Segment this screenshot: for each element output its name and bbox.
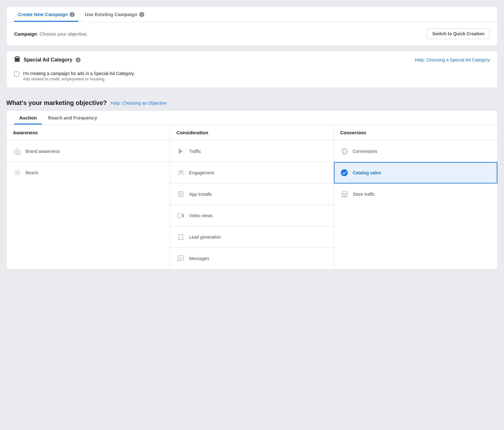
special-ad-checkbox[interactable]: [14, 72, 19, 77]
tab-auction[interactable]: Auction: [14, 111, 42, 125]
objective-store-traffic[interactable]: Store traffic: [334, 183, 497, 205]
conversions-label: Conversions: [353, 149, 377, 154]
special-ad-main-text: I'm creating a campaign for ads in a Spe…: [23, 71, 135, 76]
conversion-column-header: Conversion: [334, 125, 497, 141]
special-ad-body: I'm creating a campaign for ads in a Spe…: [7, 67, 497, 88]
svg-point-24: [343, 148, 346, 154]
bank-icon: 🏛: [14, 56, 20, 63]
svg-line-6: [19, 174, 19, 175]
objective-brand-awareness[interactable]: Brand awareness: [7, 141, 170, 162]
special-ad-checkbox-wrapper: [14, 72, 19, 78]
catalog-sales-label: Catalog sales: [353, 170, 381, 175]
special-ad-header: 🏛 Special Ad Category i Help: Choosing a…: [7, 51, 497, 67]
lead-generation-label: Lead generation: [189, 235, 221, 240]
create-tab-label: Create New Campaign: [18, 12, 68, 17]
app-installs-label: App installs: [189, 192, 212, 197]
consideration-column: Consideration Traffic: [170, 125, 334, 269]
objective-engagement[interactable]: Engagement: [170, 162, 333, 183]
switch-to-quick-creation-button[interactable]: Switch to Quick Creation: [427, 28, 490, 39]
section-title-row: What's your marketing objective? Help: C…: [6, 93, 498, 110]
svg-rect-12: [180, 193, 182, 195]
special-ad-title-text: Special Ad Category: [24, 57, 72, 63]
objective-catalog-sales[interactable]: Catalog sales: [334, 162, 497, 183]
special-ad-title: 🏛 Special Ad Category i: [14, 56, 81, 63]
svg-rect-15: [178, 214, 182, 218]
objective-lead-generation[interactable]: Lead generation: [170, 226, 333, 248]
svg-line-7: [15, 174, 16, 175]
tab-reach-frequency[interactable]: Reach and Frequency: [43, 111, 102, 125]
brand-awareness-label: Brand awareness: [26, 149, 60, 154]
special-ad-category-card: 🏛 Special Ad Category i Help: Choosing a…: [6, 51, 498, 88]
special-ad-info-icon[interactable]: i: [76, 57, 81, 62]
awareness-column: Awareness Brand awareness: [7, 125, 170, 269]
svg-point-9: [179, 171, 181, 172]
tab-create-new[interactable]: Create New Campaign i: [14, 7, 78, 22]
special-ad-help-link[interactable]: Help: Choosing a Special Ad Category: [415, 57, 490, 62]
marketing-objective-title: What's your marketing objective?: [6, 99, 107, 107]
campaign-tab-card: Create New Campaign i Use Existing Campa…: [6, 6, 498, 46]
campaign-tabs: Create New Campaign i Use Existing Campa…: [7, 7, 497, 22]
svg-line-8: [19, 171, 19, 171]
video-views-label: Video views: [189, 213, 212, 218]
svg-point-0: [17, 172, 18, 174]
traffic-label: Traffic: [189, 149, 201, 154]
objectives-grid: Awareness Brand awareness: [7, 125, 497, 269]
conversion-column: Conversion Conversions: [334, 125, 497, 269]
special-ad-sub-text: Ads related to credit, employment or hou…: [23, 77, 135, 81]
conversions-icon: [340, 147, 349, 156]
objective-tabs-card: Auction Reach and Frequency Awareness Br…: [6, 110, 498, 270]
store-traffic-icon: [340, 190, 349, 199]
campaign-objective-text: Campaign: Choose your objective.: [14, 31, 88, 37]
engagement-label: Engagement: [189, 170, 214, 175]
objective-app-installs[interactable]: App installs: [170, 183, 333, 205]
objective-messages[interactable]: Messages: [170, 248, 333, 269]
objective-suffix: : Choose your objective.: [37, 31, 88, 37]
messages-label: Messages: [189, 256, 209, 261]
store-traffic-label: Store traffic: [353, 192, 375, 197]
use-existing-info-icon[interactable]: i: [139, 12, 144, 17]
traffic-icon: [176, 147, 185, 156]
svg-line-5: [15, 171, 16, 171]
brand-awareness-icon: [13, 147, 22, 156]
objective-conversions[interactable]: Conversions: [334, 141, 497, 162]
svg-point-10: [181, 171, 183, 172]
app-installs-icon: [176, 190, 185, 199]
catalog-sales-check-icon: [341, 169, 348, 176]
consideration-column-header: Consideration: [170, 125, 333, 141]
awareness-column-header: Awareness: [7, 125, 170, 141]
objective-traffic[interactable]: Traffic: [170, 141, 333, 162]
campaign-label: Campaign: [14, 31, 37, 37]
special-ad-description: I'm creating a campaign for ads in a Spe…: [23, 71, 135, 81]
reach-label: Reach: [26, 170, 38, 175]
tab-use-existing[interactable]: Use Existing Campaign i: [81, 7, 148, 22]
marketing-objective-help-link[interactable]: Help: Choosing an Objective: [111, 101, 166, 106]
objective-reach[interactable]: Reach: [7, 162, 170, 183]
svg-marker-16: [178, 235, 183, 240]
create-tab-info-icon[interactable]: i: [70, 12, 75, 17]
use-existing-label: Use Existing Campaign: [85, 12, 137, 17]
messages-icon: [176, 254, 185, 263]
svg-rect-28: [344, 195, 345, 197]
lead-generation-icon: [176, 233, 185, 241]
engagement-icon: [176, 168, 185, 177]
video-views-icon: [176, 211, 185, 220]
campaign-objective-row: Campaign: Choose your objective. Switch …: [7, 22, 497, 45]
objective-tab-header: Auction Reach and Frequency: [7, 111, 497, 125]
marketing-objective-section: What's your marketing objective? Help: C…: [6, 93, 498, 270]
objective-video-views[interactable]: Video views: [170, 205, 333, 226]
svg-point-19: [342, 148, 347, 154]
reach-icon: [13, 168, 22, 177]
